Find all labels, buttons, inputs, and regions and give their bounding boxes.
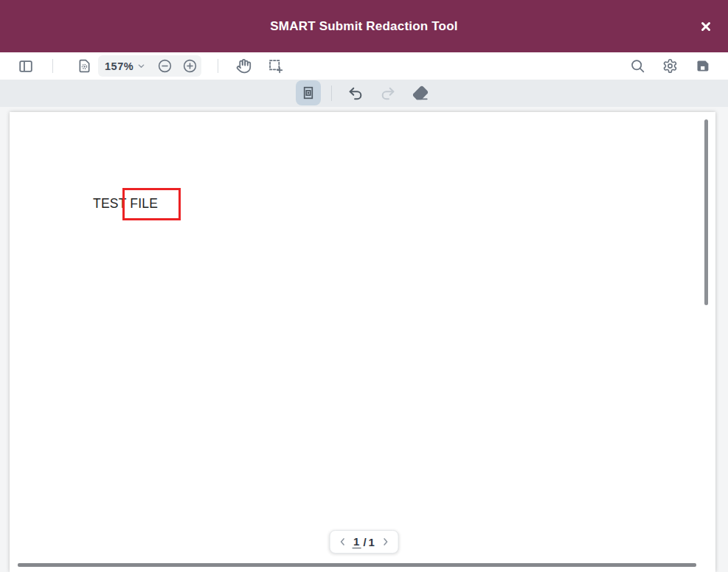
redo-button[interactable] (377, 83, 399, 105)
settings-button[interactable] (659, 56, 680, 77)
zoom-controls-group: 157% (98, 55, 201, 77)
save-icon (695, 58, 710, 74)
undo-button[interactable] (344, 83, 367, 105)
app-title: SMART Submit Redaction Tool (270, 19, 457, 34)
main-toolbar: 157% (0, 52, 728, 80)
page-settings-icon (77, 58, 92, 74)
sidebar-toggle-button[interactable] (15, 56, 36, 77)
zoom-in-icon (182, 58, 198, 74)
pan-tool-button[interactable] (233, 56, 254, 77)
vertical-scrollbar[interactable] (704, 119, 708, 305)
undo-icon (347, 86, 364, 102)
zoom-in-button[interactable] (180, 56, 199, 75)
marquee-zoom-icon (268, 58, 283, 74)
eraser-icon (412, 86, 429, 102)
zoom-level-dropdown[interactable]: 157% (98, 55, 145, 77)
hand-icon (236, 58, 252, 74)
page-settings-button[interactable] (74, 56, 94, 77)
next-page-button[interactable] (378, 532, 394, 551)
chevron-left-icon (337, 537, 347, 547)
document-viewport: TEST FILE 1 / 1 (0, 107, 728, 572)
eraser-button[interactable] (409, 83, 431, 105)
chevron-down-icon (137, 62, 145, 70)
sidebar-toggle-icon (18, 58, 34, 74)
current-page-input[interactable]: 1 (352, 535, 361, 548)
redaction-tool-button[interactable] (296, 80, 321, 105)
toolbar-divider (331, 86, 332, 101)
toolbar-divider (52, 59, 53, 73)
zoom-level-value: 157% (105, 60, 134, 72)
marquee-zoom-button[interactable] (265, 56, 285, 77)
chevron-right-icon (381, 537, 391, 547)
search-icon (630, 58, 645, 74)
toolbar-divider (218, 59, 218, 73)
previous-page-button[interactable] (334, 532, 350, 551)
close-icon (699, 20, 713, 33)
annotation-toolbar (0, 80, 728, 107)
pdf-page[interactable]: TEST FILE (10, 112, 715, 572)
save-button[interactable] (692, 56, 713, 77)
redaction-area-icon (300, 85, 316, 101)
app-header: SMART Submit Redaction Tool (0, 0, 728, 52)
search-button[interactable] (627, 56, 648, 77)
redo-icon (380, 86, 396, 102)
gear-icon (662, 58, 678, 74)
page-navigator: 1 / 1 (329, 530, 399, 554)
zoom-out-icon (157, 58, 173, 74)
redaction-box[interactable] (122, 188, 181, 220)
horizontal-scrollbar[interactable] (18, 563, 696, 567)
zoom-out-button[interactable] (155, 56, 174, 75)
total-pages-label: 1 (369, 536, 376, 548)
page-separator: / (362, 536, 367, 548)
close-button[interactable] (696, 16, 716, 37)
